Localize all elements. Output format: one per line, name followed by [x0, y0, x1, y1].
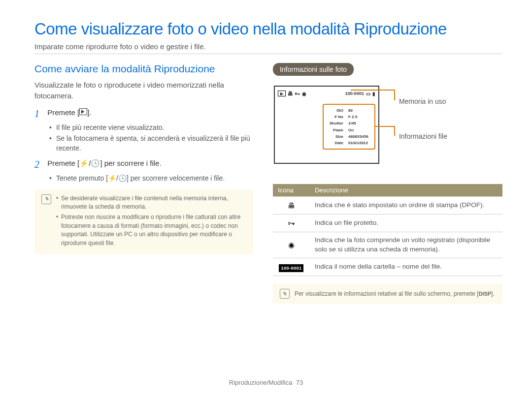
file-info-panel: ISO80 F NoF 2.5 Shutter1/45 FlashOn Size… — [323, 104, 375, 150]
battery-small-icon: ▮ — [372, 91, 375, 96]
table-row: 🗝 Indica un file protetto. — [273, 215, 502, 232]
camera-screenshot: ▶ 🖶 🗝 ◉ 100-0001 ▭ ▮ ISO80 — [273, 83, 502, 176]
two-columns: Come avviare la modalità Riproduzione Vi… — [34, 63, 502, 304]
row-desc: Indica che è stato impostato un ordine d… — [310, 197, 502, 215]
th-descrizione: Descrizione — [310, 184, 502, 197]
note-item: Se desiderate visualizzare i file conten… — [56, 194, 246, 212]
table-row: 100-0001 Indica il nome della cartella –… — [273, 258, 502, 276]
key-small-icon: 🗝 — [295, 91, 300, 96]
page-footer: Riproduzione/Modifica 73 — [0, 379, 532, 386]
note-icon: ✎ — [41, 194, 51, 204]
play-icon — [79, 108, 87, 115]
table-row: ◉ Indica che la foto comprende un volto … — [273, 232, 502, 258]
step2-bullets: Tenete premuto [⚡/🕓] per scorrere veloce… — [49, 173, 253, 183]
disp-button-label: DISP — [478, 291, 491, 297]
left-column: Come avviare la modalità Riproduzione Vi… — [34, 63, 253, 304]
table-row: 🖶 Indica che è stato impostato un ordine… — [273, 197, 502, 215]
step-number: 2 — [34, 159, 45, 170]
memory-small-icon: ▭ — [366, 91, 370, 96]
section-paragraph: Visualizzate le foto o riproducete i vid… — [34, 80, 253, 101]
file-code: 100-0001 — [345, 91, 364, 96]
callout-fileinfo: Informazioni file — [399, 132, 447, 140]
callout-line — [351, 90, 395, 91]
face-registered-icon: ◉ — [273, 232, 310, 258]
icon-description-table: Icona Descrizione 🖶 Indica che è stato i… — [273, 184, 502, 276]
divider — [34, 54, 502, 54]
printer-icon: 🖶 — [273, 197, 310, 215]
list-item: Tenete premuto [⚡/🕓] per scorrere veloce… — [49, 173, 253, 183]
printer-small-icon: 🖶 — [288, 91, 293, 96]
list-item: Il file più recente viene visualizzato. — [49, 123, 253, 132]
row-desc: Indica che la foto comprende un volto re… — [310, 232, 502, 258]
flash-timer-icon: ⚡/🕓 — [108, 174, 127, 182]
page-title: Come visualizzare foto o video nella mod… — [34, 20, 502, 38]
callout-line — [374, 126, 394, 127]
th-icona: Icona — [273, 184, 310, 197]
note-box: ✎ Se desiderate visualizzare i file cont… — [34, 189, 253, 254]
camera-screen: ▶ 🖶 🗝 ◉ 100-0001 ▭ ▮ ISO80 — [274, 86, 379, 164]
file-code-icon: 100-0001 — [273, 258, 310, 276]
right-column: Informazioni sulle foto ▶ 🖶 🗝 ◉ 100-0001… — [273, 63, 502, 304]
play-small-icon: ▶ — [278, 91, 286, 96]
step-1: 1 Premete []. — [34, 108, 253, 120]
camera-top-bar: ▶ 🖶 🗝 ◉ 100-0001 ▭ ▮ — [278, 90, 375, 97]
row-desc: Indica il nome della cartella – nome del… — [310, 258, 502, 276]
key-icon: 🗝 — [273, 215, 310, 232]
step1-bullets: Il file più recente viene visualizzato. … — [49, 123, 253, 154]
flash-timer-icon: ⚡/🕓 — [79, 159, 100, 167]
face-small-icon: ◉ — [302, 91, 306, 96]
callout-memory: Memoria in uso — [399, 97, 446, 105]
bottom-note: ✎ Per visualizzare le informazioni relat… — [273, 284, 502, 304]
step-number: 1 — [34, 108, 45, 120]
info-pill: Informazioni sulle foto — [273, 63, 354, 76]
callout-line — [394, 90, 395, 100]
list-item: Se la fotocamera è spenta, si accenderà … — [49, 133, 253, 154]
step-text: Premete [⚡/🕓] per scorrere i file. — [47, 159, 251, 168]
page-intro: Imparate come riprodurre foto o video e … — [34, 42, 502, 51]
section-heading: Come avviare la modalità Riproduzione — [34, 63, 253, 75]
step-2: 2 Premete [⚡/🕓] per scorrere i file. — [34, 159, 253, 170]
note-item: Potreste non riuscire a modificare o rip… — [56, 213, 246, 247]
manual-page: Come visualizzare foto o video nella mod… — [0, 0, 532, 401]
step-text: Premete []. — [47, 108, 251, 117]
row-desc: Indica un file protetto. — [310, 215, 502, 232]
callout-line — [394, 126, 395, 136]
note-icon: ✎ — [280, 289, 290, 299]
